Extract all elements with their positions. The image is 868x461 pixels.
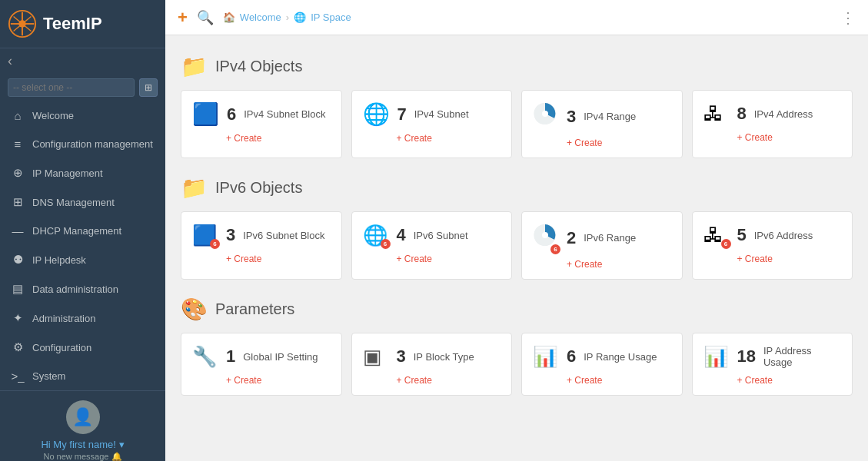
card-ipv6-0[interactable]: 🟦 6 3 IPv6 Subnet Block + Create — [181, 211, 342, 280]
sidebar-item-system[interactable]: >_ System — [0, 362, 165, 390]
card-top: 🖧 6 5 IPv6 Address — [703, 223, 842, 247]
card-create-button[interactable]: + Create — [226, 254, 331, 264]
breadcrumb: 🏠 Welcome › 🌐 IP Space — [223, 12, 351, 23]
card-count: 3 — [567, 107, 576, 127]
breadcrumb-ipspace-icon: 🌐 — [294, 12, 306, 23]
sidebar-item-ip-mgmt[interactable]: ⊕ IP Management — [0, 158, 165, 187]
more-options-button[interactable]: ⋮ — [840, 8, 856, 27]
card-icon-parameters-3: 📊 — [703, 344, 728, 368]
card-create-button[interactable]: + Create — [567, 259, 671, 270]
card-label: IPv4 Range — [584, 111, 636, 122]
topbar-left: + 🔍 🏠 Welcome › 🌐 IP Space — [178, 9, 351, 26]
card-create-button[interactable]: + Create — [737, 132, 842, 143]
app-title: TeemIP — [43, 14, 102, 34]
card-create-button[interactable]: + Create — [737, 254, 842, 264]
card-ipv6-3[interactable]: 🖧 6 5 IPv6 Address + Create — [692, 211, 853, 280]
card-icon-wrapper: 🟦 6 — [192, 223, 218, 247]
card-create-button[interactable]: + Create — [567, 375, 671, 386]
card-top: 🌐 7 IPv4 Subnet — [363, 101, 501, 127]
card-create-button[interactable]: + Create — [397, 375, 501, 386]
card-icon-parameters-2: 📊 — [533, 344, 557, 368]
nav-icon-dhcp-mgmt: — — [11, 224, 25, 237]
card-ipv4-0[interactable]: 🟦 6 IPv4 Subnet Block + Create — [181, 90, 342, 158]
section-title-parameters: Parameters — [215, 300, 294, 318]
card-label: Global IP Setting — [243, 351, 318, 363]
sidebar-item-data-admin[interactable]: ▤ Data administration — [0, 274, 165, 303]
card-icon-wrapper: 📊 — [703, 344, 730, 369]
cards-grid-parameters: 🔧 1 Global IP Setting + Create ▣ 3 IP Bl… — [181, 333, 853, 396]
nav-icon-data-admin: ▤ — [11, 282, 25, 296]
card-label: IPv6 Subnet Block — [243, 230, 324, 241]
search-button[interactable]: 🔍 — [197, 9, 214, 26]
card-top: 📊 6 IP Range Usage — [533, 344, 671, 369]
sidebar-item-dhcp-mgmt[interactable]: — DHCP Management — [0, 217, 165, 245]
card-label: IP Range Usage — [584, 351, 657, 363]
card-count: 5 — [737, 225, 747, 245]
breadcrumb-home[interactable]: Welcome — [240, 12, 281, 23]
sidebar-item-dns-mgmt[interactable]: ⊞ DNS Management — [0, 187, 165, 217]
sidebar: TeemIP ‹ ⊞ ⌂ Welcome ≡ Configuration man… — [0, 0, 165, 461]
section-title-ipv4: IPv4 Objects — [215, 58, 302, 75]
breadcrumb-current[interactable]: IP Space — [311, 12, 351, 23]
card-icon-wrapper: 🌐 6 — [363, 223, 389, 247]
nav-label-dns-mgmt: DNS Management — [32, 197, 115, 208]
nav-label-ip-helpdesk: IP Helpdesk — [32, 254, 86, 266]
card-create-button[interactable]: + Create — [226, 133, 331, 144]
section-icon-parameters: 🎨 — [181, 297, 208, 322]
svg-point-7 — [542, 111, 548, 117]
user-message: No new message 🔔 — [9, 452, 156, 461]
org-tree-button[interactable]: ⊞ — [139, 78, 158, 97]
card-icon-wrapper: 🖧 6 — [703, 223, 730, 247]
card-label: IP Block Type — [414, 351, 474, 363]
card-create-button[interactable]: + Create — [737, 375, 842, 386]
card-create-button[interactable]: + Create — [397, 133, 501, 144]
card-parameters-3[interactable]: 📊 18 IP Address Usage + Create — [692, 333, 853, 396]
organization-select[interactable] — [8, 78, 135, 97]
card-parameters-0[interactable]: 🔧 1 Global IP Setting + Create — [181, 333, 342, 396]
card-create-button[interactable]: + Create — [567, 138, 671, 148]
card-create-button[interactable]: + Create — [226, 375, 331, 386]
section-header-ipv6: 📁 IPv6 Objects — [181, 175, 853, 201]
card-icon-wrapper: ▣ — [363, 344, 389, 369]
cards-grid-ipv4: 🟦 6 IPv4 Subnet Block + Create 🌐 7 IPv4 … — [181, 90, 853, 158]
nav-label-system: System — [32, 370, 65, 382]
content-area: 📁 IPv4 Objects 🟦 6 IPv4 Subnet Block + C… — [165, 35, 868, 426]
card-ipv6-1[interactable]: 🌐 6 4 IPv6 Subnet + Create — [351, 211, 513, 280]
card-ipv6-2[interactable]: 6 2 IPv6 Range + Create — [521, 211, 683, 280]
nav-label-welcome: Welcome — [32, 110, 74, 121]
card-parameters-1[interactable]: ▣ 3 IP Block Type + Create — [351, 333, 513, 396]
card-count: 2 — [567, 228, 576, 248]
card-icon-ipv4-1: 🌐 — [363, 102, 390, 126]
card-icon-ipv6-3: 🖧 — [703, 223, 723, 247]
card-label: IP Address Usage — [763, 345, 841, 368]
card-icon-wrapper — [533, 101, 559, 131]
card-create-button[interactable]: + Create — [397, 254, 501, 264]
card-icon-wrapper: 🖧 — [703, 101, 730, 126]
sidebar-item-ip-helpdesk[interactable]: ⚉ IP Helpdesk — [0, 245, 165, 274]
ipv6-badge: 6 — [721, 239, 731, 249]
nav-icon-dns-mgmt: ⊞ — [11, 195, 25, 209]
sidebar-item-administration[interactable]: ✦ Administration — [0, 303, 165, 333]
app-logo — [8, 9, 37, 38]
card-ipv4-2[interactable]: 3 IPv4 Range + Create — [521, 90, 683, 158]
card-count: 7 — [397, 104, 407, 124]
sidebar-item-config-mgmt[interactable]: ≡ Configuration management — [0, 130, 165, 158]
ipv6-badge: 6 — [210, 239, 220, 249]
sidebar-item-configuration[interactable]: ⚙ Configuration — [0, 333, 165, 362]
card-ipv4-3[interactable]: 🖧 8 IPv4 Address + Create — [692, 90, 853, 158]
main-content: + 🔍 🏠 Welcome › 🌐 IP Space ⋮ 📁 IPv4 Obje… — [165, 0, 868, 461]
breadcrumb-home-icon: 🏠 — [223, 12, 235, 23]
breadcrumb-sep: › — [286, 12, 289, 23]
card-label: IPv6 Range — [584, 232, 636, 244]
add-button[interactable]: + — [178, 9, 188, 26]
ipv6-badge: 6 — [381, 239, 391, 249]
card-ipv4-1[interactable]: 🌐 7 IPv4 Subnet + Create — [351, 90, 513, 158]
cards-grid-ipv6: 🟦 6 3 IPv6 Subnet Block + Create 🌐 6 4 I… — [181, 211, 853, 280]
user-name[interactable]: Hi My first name! ▾ — [9, 439, 156, 450]
back-arrow-button[interactable]: ‹ — [0, 48, 165, 74]
card-parameters-2[interactable]: 📊 6 IP Range Usage + Create — [521, 333, 683, 396]
card-label: IPv4 Subnet Block — [244, 108, 325, 120]
sidebar-item-welcome[interactable]: ⌂ Welcome — [0, 101, 165, 130]
card-count: 6 — [227, 104, 236, 124]
card-count: 3 — [226, 225, 235, 245]
